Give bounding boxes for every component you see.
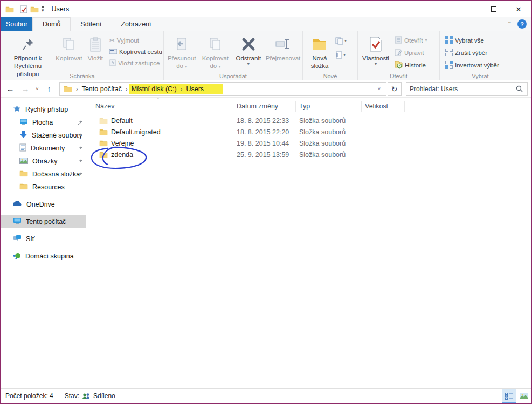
column-header-type[interactable]: Typ	[296, 101, 362, 112]
sidebar-item-network[interactable]: Síť	[1, 232, 86, 245]
caret-down-icon: ▾	[185, 64, 187, 69]
sidebar-item-label: Resources	[32, 183, 65, 191]
cut-button[interactable]: ✂ Vyjmout	[109, 36, 162, 45]
new-folder-button[interactable]: Nová složka	[304, 33, 335, 70]
sidebar-item-quick-access[interactable]: Rychlý přístup	[1, 103, 86, 116]
tab-view[interactable]: Zobrazení	[111, 17, 161, 31]
maximize-button[interactable]	[481, 1, 506, 17]
ribbon-group-organize: Přesunout do ▾ Kopírovat do ▾ Odstranit …	[164, 31, 303, 80]
rename-button[interactable]: Přejmenovat	[265, 33, 301, 62]
search-input[interactable]	[406, 85, 516, 93]
pin-to-quick-access-button[interactable]: Připnout k Rychlému přístupu	[2, 33, 53, 78]
caret-down-icon: ▾	[375, 62, 377, 66]
new-folder-toolbar-icon[interactable]	[30, 6, 39, 13]
quick-access-toolbar: ▾	[1, 5, 47, 13]
sidebar-item-desktop[interactable]: Plocha	[1, 116, 86, 129]
group-label-organize: Uspořádat	[164, 73, 302, 79]
sidebar-item-downloads[interactable]: Stažené soubory	[1, 129, 86, 142]
pin-icon[interactable]	[78, 119, 83, 127]
sidebar-item-documents[interactable]: Dokumenty	[1, 142, 86, 155]
table-row-default-migrated[interactable]: Default.migrated 18. 8. 2015 22:20 Složk…	[86, 126, 531, 138]
breadcrumb-highlight-annotation: Místní disk (C:) › Users	[129, 84, 223, 94]
sidebar-item-this-pc[interactable]: Tento počítač	[1, 215, 86, 228]
column-header-name[interactable]: Název	[86, 101, 233, 112]
forward-button[interactable]: →	[18, 83, 32, 95]
help-button[interactable]: ?	[517, 19, 527, 29]
paste-button[interactable]: Vložit	[85, 33, 107, 62]
onedrive-cloud-icon	[13, 201, 22, 208]
main-area: Rychlý přístup Plocha Stažené soubory	[1, 98, 531, 388]
group-label-new: Nové	[303, 73, 357, 79]
details-view-button[interactable]	[502, 389, 516, 403]
paste-shortcut-button[interactable]: Vložit zástupce	[109, 58, 162, 68]
open-button[interactable]: Otevřít ▾	[395, 36, 427, 45]
select-none-button[interactable]: Zrušit výběr	[445, 48, 499, 58]
history-button[interactable]: Historie	[395, 60, 427, 70]
button-label: Kopírovat cestu	[119, 49, 162, 55]
breadcrumb-this-pc[interactable]: Tento počítač	[79, 84, 125, 94]
move-to-button[interactable]: Přesunout do ▾	[165, 33, 198, 70]
history-icon	[395, 61, 403, 70]
new-item-button[interactable]: ▾	[335, 36, 347, 46]
select-all-button[interactable]: Vybrat vše	[445, 36, 499, 45]
breadcrumb-users[interactable]: Users	[183, 84, 206, 94]
close-button[interactable]: ✕	[506, 1, 531, 17]
properties-button[interactable]: Vlastnosti ▾	[359, 33, 392, 66]
open-icon	[395, 36, 402, 45]
sidebar-item-resources[interactable]: Resources	[1, 181, 86, 194]
collapse-ribbon-icon[interactable]: ⌃	[507, 20, 512, 28]
button-label: Přesunout	[168, 54, 196, 62]
properties-check-icon[interactable]	[20, 5, 27, 13]
easy-access-button[interactable]: ▾	[335, 50, 347, 60]
copy-path-button[interactable]: Kopírovat cestu	[109, 47, 162, 57]
table-row-verejne[interactable]: Veřejné 19. 8. 2015 10:44 Složka souborů	[86, 138, 531, 149]
search-box	[406, 82, 528, 96]
copy-button[interactable]: Kopírovat	[53, 33, 84, 62]
sidebar-item-onedrive[interactable]: OneDrive	[1, 198, 86, 211]
navigation-pane: Rychlý přístup Plocha Stažené soubory	[1, 98, 86, 388]
pin-icon[interactable]	[78, 132, 83, 140]
column-header-size[interactable]: Velikost	[362, 101, 405, 112]
customize-toolbar-icon[interactable]: ▾	[42, 6, 44, 12]
tab-file[interactable]: Soubor	[1, 17, 32, 31]
downloads-icon	[19, 131, 27, 140]
recent-locations-icon[interactable]: ˅	[33, 83, 41, 95]
pin-icon[interactable]	[78, 171, 83, 179]
minimize-button[interactable]: –	[457, 1, 481, 17]
pin-icon[interactable]	[78, 145, 83, 153]
table-row-zdenda[interactable]: zdenda 25. 9. 2015 13:59 Složka souborů	[86, 149, 531, 160]
folder-name: Default	[111, 117, 133, 125]
column-header-date-modified[interactable]: Datum změny	[233, 101, 296, 112]
sidebar-item-homegroup[interactable]: Domácí skupina	[1, 250, 86, 263]
pin-icon[interactable]	[78, 158, 83, 166]
breadcrumb-local-disk-c[interactable]: Místní disk (C:)	[129, 84, 179, 94]
tab-share[interactable]: Sdílení	[71, 17, 111, 31]
crumb-separator-icon: ›	[75, 86, 79, 92]
window-title: Users	[52, 5, 457, 13]
type-value: Složka souborů	[296, 128, 362, 136]
location-folder-icon	[62, 85, 74, 92]
thumbnail-view-button[interactable]	[516, 389, 531, 403]
tab-home[interactable]: Domů	[32, 17, 71, 31]
select-none-icon	[445, 49, 453, 57]
status-separator	[59, 392, 59, 400]
maximize-icon	[491, 6, 496, 12]
button-label: Nová	[313, 54, 327, 62]
back-button[interactable]: ←	[3, 83, 17, 95]
caret-down-icon: ▾	[343, 53, 346, 57]
edit-button[interactable]: Upravit	[395, 48, 427, 58]
refresh-button[interactable]: ↻	[388, 82, 402, 96]
sidebar-item-pictures[interactable]: Obrázky	[1, 155, 86, 168]
caret-down-icon: ▾	[218, 64, 220, 69]
button-label: Vložit zástupce	[118, 60, 160, 66]
address-dropdown-icon[interactable]: ˅	[375, 86, 384, 92]
up-button[interactable]: ↑	[42, 83, 56, 95]
invert-selection-button[interactable]: Invertovat výběr	[445, 60, 499, 70]
address-bar[interactable]: › Tento počítač › Místní disk (C:) › Use…	[59, 82, 386, 96]
delete-button[interactable]: Odstranit ▾	[232, 33, 265, 66]
explorer-folder-icon[interactable]	[5, 6, 14, 13]
sidebar-item-temp-folder[interactable]: Dočasná složka p	[1, 168, 86, 181]
table-row-default[interactable]: Default 18. 8. 2015 22:33 Složka souborů	[86, 115, 531, 126]
ribbon-group-select: Vybrat vše Zrušit výběr Invertovat výběr…	[440, 31, 521, 80]
copy-to-button[interactable]: Kopírovat do ▾	[198, 33, 232, 70]
